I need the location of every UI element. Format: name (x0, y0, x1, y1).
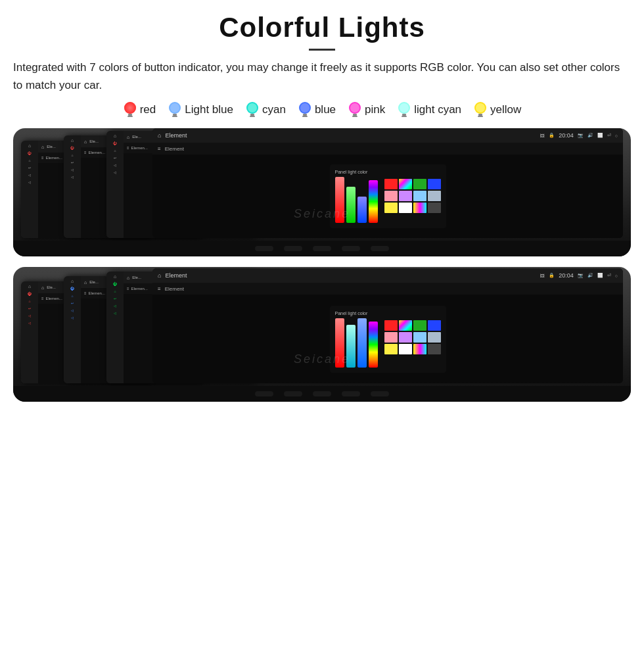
svg-rect-10 (250, 114, 254, 116)
lightcyan-bulb-icon (397, 101, 411, 119)
pink-label: pink (365, 103, 385, 116)
lightblue-bulb-icon (168, 101, 182, 119)
svg-rect-14 (303, 114, 307, 116)
pink-bulb-icon (348, 101, 362, 119)
svg-rect-22 (402, 114, 406, 116)
radio-display-top: ⌂ ⏻ ⌂ ↩ ◁ ◁ ⌂ Ele... ≡ (13, 128, 631, 256)
color-item-red: red (123, 101, 156, 119)
panel-label-top: Panel light color (335, 170, 378, 174)
screen1-title: Element (165, 132, 536, 139)
svg-point-21 (400, 103, 409, 112)
svg-rect-26 (478, 114, 482, 116)
yellow-bulb-icon (473, 101, 488, 119)
lightblue-label: Light blue (185, 103, 233, 116)
cyan-label: cyan (262, 103, 286, 116)
description-text: Integrated with 7 colors of button indic… (13, 59, 631, 94)
svg-rect-27 (478, 116, 483, 117)
svg-point-13 (300, 103, 310, 112)
svg-rect-19 (352, 116, 357, 117)
panel-label-bottom: Panel light color (335, 311, 378, 316)
svg-rect-3 (127, 116, 133, 117)
color-item-lightblue: Light blue (168, 101, 233, 119)
svg-point-5 (170, 103, 179, 112)
main-page: Colorful Lights Integrated with 7 colors… (0, 0, 644, 647)
cyan-bulb-icon (245, 101, 260, 119)
lightcyan-label: light cyan (414, 103, 461, 116)
screen2-time: 20:04 (559, 272, 574, 279)
svg-rect-11 (250, 116, 255, 117)
svg-point-9 (248, 103, 257, 112)
red-label: red (140, 103, 156, 116)
red-bulb-icon (123, 101, 137, 119)
svg-rect-6 (173, 114, 177, 116)
screen-b-layer-1-main: ⌂ Element 🖼 🔒 20:04 📷 🔊 ⬜ ⏎ ○ ≡ (152, 268, 623, 383)
svg-point-1 (124, 102, 136, 114)
page-title: Colorful Lights (219, 12, 425, 43)
svg-point-25 (476, 103, 485, 112)
blue-label: blue (315, 103, 336, 116)
color-item-pink: pink (348, 101, 385, 119)
color-row: red Light blue cyan (123, 101, 522, 119)
svg-rect-18 (353, 114, 357, 116)
color-item-cyan: cyan (245, 101, 286, 119)
color-item-yellow: yellow (473, 101, 521, 119)
screen1-time: 20:04 (559, 132, 574, 139)
svg-rect-2 (128, 114, 132, 116)
color-item-blue: blue (298, 101, 336, 119)
screen-layer-1-main: ⌂ Element 🖼 🔒 20:04 📷 🔊 ⬜ ⏎ ○ ≡ (152, 128, 623, 238)
screen2-title: Element (165, 272, 536, 279)
svg-rect-15 (302, 116, 308, 117)
radio-display-bottom: ⌂ ⏻ ⌂ ↩ ◁ ◁ ⌂ Ele... ≡ (13, 267, 631, 402)
svg-point-17 (350, 103, 359, 112)
svg-rect-23 (402, 116, 407, 117)
blue-bulb-icon (298, 101, 312, 119)
yellow-label: yellow (490, 103, 521, 116)
title-divider (309, 49, 335, 51)
color-item-lightcyan: light cyan (397, 101, 461, 119)
svg-rect-7 (172, 116, 177, 117)
